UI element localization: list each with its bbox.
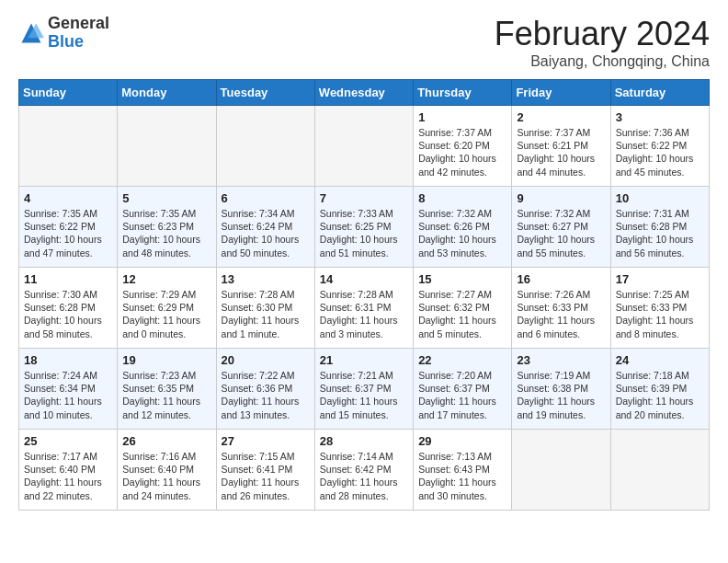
day-number: 22: [418, 353, 506, 367]
day-number: 28: [320, 434, 408, 448]
weekday-header-thursday: Thursday: [414, 80, 512, 106]
weekday-header-tuesday: Tuesday: [216, 80, 314, 106]
day-cell-27: 27Sunrise: 7:15 AMSunset: 6:41 PMDayligh…: [216, 430, 314, 511]
day-cell-14: 14Sunrise: 7:28 AMSunset: 6:31 PMDayligh…: [314, 268, 413, 349]
weekday-header-friday: Friday: [512, 80, 610, 106]
day-cell-10: 10Sunrise: 7:31 AMSunset: 6:28 PMDayligh…: [610, 187, 709, 268]
header: General Blue February 2024 Baiyang, Chon…: [18, 15, 710, 70]
day-number: 21: [320, 353, 408, 367]
day-number: 17: [616, 272, 704, 286]
title-block: February 2024 Baiyang, Chongqing, China: [495, 15, 710, 70]
calendar-table: SundayMondayTuesdayWednesdayThursdayFrid…: [18, 79, 710, 511]
day-cell-8: 8Sunrise: 7:32 AMSunset: 6:26 PMDaylight…: [414, 187, 512, 268]
day-number: 25: [24, 434, 112, 448]
day-cell-23: 23Sunrise: 7:19 AMSunset: 6:38 PMDayligh…: [512, 349, 610, 430]
logo-text: General Blue: [48, 15, 109, 52]
day-number: 29: [418, 434, 506, 448]
empty-cell: [216, 106, 314, 187]
weekday-header-saturday: Saturday: [610, 80, 709, 106]
day-number: 26: [122, 434, 210, 448]
day-number: 3: [616, 110, 704, 124]
day-number: 13: [222, 272, 310, 286]
day-number: 19: [122, 353, 210, 367]
weekday-header-sunday: Sunday: [19, 80, 118, 106]
day-number: 4: [24, 191, 112, 205]
weekday-header-wednesday: Wednesday: [314, 80, 413, 106]
weekday-header-row: SundayMondayTuesdayWednesdayThursdayFrid…: [19, 80, 710, 106]
day-number: 8: [418, 191, 506, 205]
day-cell-29: 29Sunrise: 7:13 AMSunset: 6:43 PMDayligh…: [414, 430, 512, 511]
day-cell-2: 2Sunrise: 7:37 AMSunset: 6:21 PMDaylight…: [512, 106, 610, 187]
day-cell-16: 16Sunrise: 7:26 AMSunset: 6:33 PMDayligh…: [512, 268, 610, 349]
logo-blue: Blue: [48, 33, 109, 52]
day-info: Sunrise: 7:22 AMSunset: 6:36 PMDaylight:…: [222, 369, 310, 421]
day-number: 2: [517, 110, 605, 124]
empty-cell: [118, 106, 216, 187]
day-cell-17: 17Sunrise: 7:25 AMSunset: 6:33 PMDayligh…: [610, 268, 709, 349]
day-cell-22: 22Sunrise: 7:20 AMSunset: 6:37 PMDayligh…: [414, 349, 512, 430]
day-info: Sunrise: 7:24 AMSunset: 6:34 PMDaylight:…: [24, 369, 112, 421]
day-info: Sunrise: 7:37 AMSunset: 6:20 PMDaylight:…: [418, 126, 506, 178]
day-info: Sunrise: 7:27 AMSunset: 6:32 PMDaylight:…: [418, 288, 506, 340]
day-number: 7: [320, 191, 408, 205]
day-number: 5: [122, 191, 210, 205]
day-info: Sunrise: 7:19 AMSunset: 6:38 PMDaylight:…: [517, 369, 605, 421]
day-info: Sunrise: 7:16 AMSunset: 6:40 PMDaylight:…: [122, 450, 210, 502]
day-info: Sunrise: 7:25 AMSunset: 6:33 PMDaylight:…: [616, 288, 704, 340]
day-number: 24: [616, 353, 704, 367]
day-cell-19: 19Sunrise: 7:23 AMSunset: 6:35 PMDayligh…: [118, 349, 216, 430]
day-number: 14: [320, 272, 408, 286]
day-cell-3: 3Sunrise: 7:36 AMSunset: 6:22 PMDaylight…: [610, 106, 709, 187]
day-info: Sunrise: 7:30 AMSunset: 6:28 PMDaylight:…: [24, 288, 112, 340]
day-info: Sunrise: 7:35 AMSunset: 6:22 PMDaylight:…: [24, 207, 112, 259]
week-row-4: 18Sunrise: 7:24 AMSunset: 6:34 PMDayligh…: [19, 349, 710, 430]
day-cell-7: 7Sunrise: 7:33 AMSunset: 6:25 PMDaylight…: [314, 187, 413, 268]
day-info: Sunrise: 7:33 AMSunset: 6:25 PMDaylight:…: [320, 207, 408, 259]
day-info: Sunrise: 7:35 AMSunset: 6:23 PMDaylight:…: [122, 207, 210, 259]
day-info: Sunrise: 7:21 AMSunset: 6:37 PMDaylight:…: [320, 369, 408, 421]
empty-cell: [610, 430, 709, 511]
day-info: Sunrise: 7:29 AMSunset: 6:29 PMDaylight:…: [122, 288, 210, 340]
day-info: Sunrise: 7:32 AMSunset: 6:26 PMDaylight:…: [418, 207, 506, 259]
day-info: Sunrise: 7:15 AMSunset: 6:41 PMDaylight:…: [222, 450, 310, 502]
day-number: 10: [616, 191, 704, 205]
logo-icon: [18, 20, 44, 46]
day-info: Sunrise: 7:28 AMSunset: 6:30 PMDaylight:…: [222, 288, 310, 340]
day-number: 11: [24, 272, 112, 286]
day-cell-6: 6Sunrise: 7:34 AMSunset: 6:24 PMDaylight…: [216, 187, 314, 268]
day-cell-24: 24Sunrise: 7:18 AMSunset: 6:39 PMDayligh…: [610, 349, 709, 430]
day-cell-20: 20Sunrise: 7:22 AMSunset: 6:36 PMDayligh…: [216, 349, 314, 430]
day-number: 20: [222, 353, 310, 367]
day-info: Sunrise: 7:18 AMSunset: 6:39 PMDaylight:…: [616, 369, 704, 421]
day-info: Sunrise: 7:14 AMSunset: 6:42 PMDaylight:…: [320, 450, 408, 502]
day-cell-1: 1Sunrise: 7:37 AMSunset: 6:20 PMDaylight…: [414, 106, 512, 187]
logo: General Blue: [18, 15, 109, 52]
day-number: 23: [517, 353, 605, 367]
day-cell-12: 12Sunrise: 7:29 AMSunset: 6:29 PMDayligh…: [118, 268, 216, 349]
day-cell-13: 13Sunrise: 7:28 AMSunset: 6:30 PMDayligh…: [216, 268, 314, 349]
week-row-3: 11Sunrise: 7:30 AMSunset: 6:28 PMDayligh…: [19, 268, 710, 349]
week-row-1: 1Sunrise: 7:37 AMSunset: 6:20 PMDaylight…: [19, 106, 710, 187]
week-row-2: 4Sunrise: 7:35 AMSunset: 6:22 PMDaylight…: [19, 187, 710, 268]
day-cell-4: 4Sunrise: 7:35 AMSunset: 6:22 PMDaylight…: [19, 187, 118, 268]
day-number: 6: [222, 191, 310, 205]
day-number: 15: [418, 272, 506, 286]
day-number: 1: [418, 110, 506, 124]
day-cell-18: 18Sunrise: 7:24 AMSunset: 6:34 PMDayligh…: [19, 349, 118, 430]
day-info: Sunrise: 7:34 AMSunset: 6:24 PMDaylight:…: [222, 207, 310, 259]
day-cell-28: 28Sunrise: 7:14 AMSunset: 6:42 PMDayligh…: [314, 430, 413, 511]
day-cell-11: 11Sunrise: 7:30 AMSunset: 6:28 PMDayligh…: [19, 268, 118, 349]
logo-general: General: [48, 15, 109, 33]
week-row-5: 25Sunrise: 7:17 AMSunset: 6:40 PMDayligh…: [19, 430, 710, 511]
day-info: Sunrise: 7:26 AMSunset: 6:33 PMDaylight:…: [517, 288, 605, 340]
day-number: 12: [122, 272, 210, 286]
day-info: Sunrise: 7:20 AMSunset: 6:37 PMDaylight:…: [418, 369, 506, 421]
day-cell-26: 26Sunrise: 7:16 AMSunset: 6:40 PMDayligh…: [118, 430, 216, 511]
page: General Blue February 2024 Baiyang, Chon…: [0, 0, 728, 525]
day-info: Sunrise: 7:17 AMSunset: 6:40 PMDaylight:…: [24, 450, 112, 502]
weekday-header-monday: Monday: [118, 80, 216, 106]
day-info: Sunrise: 7:31 AMSunset: 6:28 PMDaylight:…: [616, 207, 704, 259]
day-info: Sunrise: 7:32 AMSunset: 6:27 PMDaylight:…: [517, 207, 605, 259]
day-info: Sunrise: 7:28 AMSunset: 6:31 PMDaylight:…: [320, 288, 408, 340]
day-cell-9: 9Sunrise: 7:32 AMSunset: 6:27 PMDaylight…: [512, 187, 610, 268]
